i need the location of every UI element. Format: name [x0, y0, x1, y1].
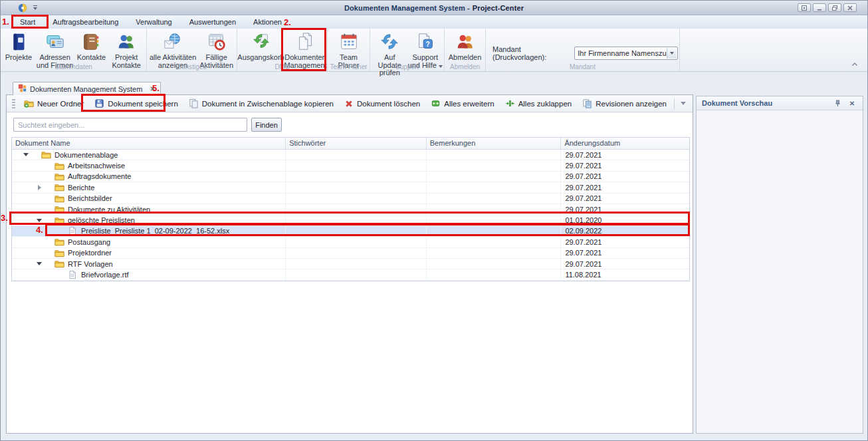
tab-close-icon[interactable]: ✕ — [150, 85, 155, 92]
ausgangskorb-button[interactable]: Ausgangskorb — [238, 31, 284, 62]
search-row: Finden — [7, 112, 693, 136]
ribbon-group-sonstiges: alle Aktivitäten anzeigen Fällige Aktivi… — [147, 29, 237, 71]
row-name: Dokumentenablage — [54, 151, 118, 159]
outbox-refresh-icon — [251, 31, 272, 53]
row-name: Preisliste_Preisliste 1_02-09-2022_16-52… — [81, 227, 229, 235]
group-label-mandant: Mandant — [486, 63, 679, 71]
cell-aenderungsdatum: 29.07.2021 — [561, 150, 689, 160]
ribbon-group-team-planer: Team Planer Team Planer — [328, 29, 370, 71]
group-label-sonstiges: Sonstiges — [147, 63, 237, 71]
alles-erweitern-button[interactable]: Alles erweitern — [425, 96, 499, 111]
document-tab[interactable]: Dokumenten Management System ✕ — [13, 82, 161, 95]
tree-row-folder[interactable]: Berichte29.07.2021 — [12, 182, 689, 193]
pin-icon[interactable] — [832, 98, 843, 108]
cell-aenderungsdatum: 01.01.2020 — [561, 215, 689, 225]
tree-row-folder[interactable]: Dokumente zu Aktivitäten29.07.2021 — [12, 204, 689, 215]
cell-bemerkungen — [427, 237, 562, 247]
cell-stichwoerter — [286, 237, 427, 247]
update-refresh-icon — [379, 31, 400, 53]
file-icon — [67, 270, 78, 279]
address-cards-icon — [45, 31, 66, 53]
toolbar-grip[interactable] — [12, 99, 15, 108]
cell-bemerkungen — [427, 194, 562, 204]
file-icon — [67, 226, 78, 235]
combobox-dropdown-icon[interactable] — [667, 48, 677, 59]
title-bar: Dokumenten Management System -Project-Ce… — [1, 1, 867, 15]
group-label-dms: DMS — [237, 63, 327, 71]
restore-button[interactable] — [828, 3, 841, 12]
projekte-button[interactable]: Projekte — [2, 31, 35, 62]
neuer-ordner-button[interactable]: Neuer Ordner — [19, 96, 89, 111]
group-label-support: Support — [370, 63, 444, 71]
cell-stichwoerter — [286, 150, 427, 160]
fit-window-button[interactable] — [798, 3, 811, 12]
column-header-dokument-name[interactable]: Dokument Name — [12, 138, 286, 149]
folder-icon — [54, 194, 64, 204]
search-input[interactable] — [13, 118, 247, 132]
folder-icon — [41, 150, 51, 160]
tab-auftragsbearbeitung[interactable]: Auftragsbearbeitung — [44, 15, 127, 29]
cell-aenderungsdatum: 11.08.2021 — [561, 269, 689, 279]
tree-row-folder[interactable]: Projektordner29.07.2021 — [12, 248, 689, 259]
ribbon-group-stammdaten: Projekte Adressen und Firmen Kontakte Pr… — [1, 29, 147, 71]
panel-close-icon[interactable]: ✕ — [847, 98, 857, 108]
tree-expander-open-icon[interactable] — [34, 262, 45, 265]
abmelden-button[interactable]: Abmelden — [447, 31, 484, 62]
cell-bemerkungen — [427, 215, 562, 225]
cell-bemerkungen — [427, 160, 562, 170]
collapse-all-icon — [505, 98, 515, 108]
cell-bemerkungen — [427, 248, 562, 258]
tree-row-folder[interactable]: gelöschte Preislisten01.01.2020 — [12, 215, 689, 225]
tree-row-folder[interactable]: Dokumentenablage29.07.2021 — [12, 150, 689, 160]
mandant-combobox[interactable]: Ihr Firmenname Namenszusatz od... — [574, 47, 678, 60]
toolbar-overflow-icon[interactable] — [681, 102, 686, 105]
column-header-aenderungsdatum[interactable]: Änderungsdatum — [561, 138, 689, 149]
tab-auswertungen[interactable]: Auswertungen — [181, 15, 245, 29]
tree-row-file[interactable]: Briefvorlage.rtf11.08.2021 — [12, 269, 689, 280]
cell-bemerkungen — [427, 182, 562, 192]
cell-stichwoerter — [286, 215, 427, 225]
find-button[interactable]: Finden — [251, 118, 282, 132]
column-header-stichwoerter[interactable]: Stichwörter — [286, 138, 427, 149]
tree-row-folder[interactable]: RTF Vorlagen29.07.2021 — [12, 259, 689, 269]
cell-aenderungsdatum: 29.07.2021 — [561, 194, 689, 204]
delete-icon — [344, 99, 354, 108]
preview-panel-header: Dokument Vorschau ✕ — [697, 96, 863, 110]
cell-stichwoerter — [286, 226, 427, 236]
folder-icon — [54, 216, 64, 225]
tree-row-file[interactable]: Preisliste_Preisliste 1_02-09-2022_16-52… — [12, 226, 689, 237]
dokument-kopieren-button[interactable]: Dokument in Zwischenablage kopieren — [183, 96, 339, 111]
calendar-clock-icon — [206, 31, 227, 53]
tab-start[interactable]: Start — [11, 15, 44, 29]
row-name: gelöschte Preislisten — [68, 216, 135, 224]
tree-row-folder[interactable]: Auftragsdokumente29.07.2021 — [12, 172, 689, 182]
minimize-button[interactable] — [813, 3, 826, 12]
revisionen-anzeigen-button[interactable]: Revisionen anzeigen — [577, 96, 672, 111]
tree-row-folder[interactable]: Berichtsbilder29.07.2021 — [12, 194, 689, 204]
cell-stichwoerter — [286, 182, 427, 192]
column-header-bemerkungen[interactable]: Bemerkungen — [427, 138, 562, 149]
cell-bemerkungen — [427, 226, 562, 236]
folder-icon — [54, 161, 64, 171]
tree-expander-open-icon[interactable] — [21, 153, 31, 156]
tab-aktionen[interactable]: Aktionen — [245, 15, 290, 29]
dokument-loeschen-button[interactable]: Dokument löschen — [339, 96, 425, 111]
tree-expander-closed-icon[interactable] — [34, 185, 45, 190]
close-button[interactable] — [843, 3, 857, 12]
kontakte-button[interactable]: Kontakte — [74, 31, 108, 62]
alles-zuklappen-button[interactable]: Alles zuklappen — [500, 96, 578, 111]
dokument-speichern-button[interactable]: Dokument speichern — [89, 96, 183, 111]
collapse-ribbon-icon[interactable] — [850, 61, 859, 69]
cell-bemerkungen — [427, 269, 562, 279]
projects-icon — [8, 31, 29, 53]
group-label-stammdaten: Stammdaten — [1, 63, 146, 71]
cell-stichwoerter — [286, 194, 427, 204]
cell-bemerkungen — [427, 172, 562, 182]
preview-panel-title: Dokument Vorschau — [702, 99, 828, 107]
tree-expander-open-icon[interactable] — [34, 219, 45, 222]
tree-row-folder[interactable]: Arbeitsnachweise29.07.2021 — [12, 160, 689, 171]
tab-verwaltung[interactable]: Verwaltung — [127, 15, 180, 29]
cell-bemerkungen — [427, 204, 562, 214]
calendar-icon — [338, 31, 360, 53]
tree-row-folder[interactable]: Postausgang29.07.2021 — [12, 237, 689, 247]
